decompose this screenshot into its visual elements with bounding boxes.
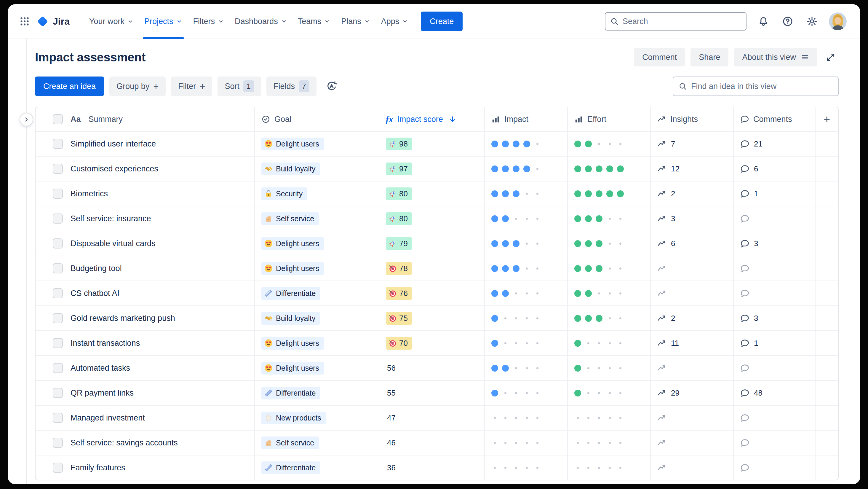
impact-rating[interactable] <box>491 191 541 197</box>
impact-column-header[interactable]: Impact <box>484 107 567 131</box>
insights-cell[interactable] <box>650 431 733 455</box>
table-row[interactable]: BiometricsSecurity8021 <box>36 181 838 206</box>
effort-rating[interactable] <box>574 315 624 322</box>
row-checkbox[interactable] <box>53 164 63 174</box>
impact-cell[interactable] <box>484 156 567 181</box>
impact-rating[interactable] <box>491 315 541 322</box>
impact-cell[interactable] <box>484 206 567 231</box>
goal-cell[interactable]: Build loyalty <box>254 156 379 181</box>
table-row[interactable]: Gold rewards marketing pushBuild loyalty… <box>36 306 838 330</box>
goal-badge[interactable]: Build loyalty <box>261 312 320 325</box>
goal-badge[interactable]: New products <box>261 411 326 424</box>
row-checkbox[interactable] <box>53 189 63 199</box>
summary-column-header[interactable]: Aa Summary <box>36 107 254 131</box>
impact-cell[interactable] <box>484 132 567 156</box>
comments-column-header[interactable]: Comments <box>733 107 815 131</box>
nav-item-your-work[interactable]: Your work <box>84 4 139 39</box>
goal-badge[interactable]: Delight users <box>261 337 324 350</box>
impact-cell[interactable] <box>484 406 567 430</box>
impact-rating[interactable] <box>491 365 541 372</box>
row-checkbox[interactable] <box>53 338 63 348</box>
comments-cell[interactable]: 3 <box>733 231 815 256</box>
summary-cell[interactable]: Automated tasks <box>36 356 254 380</box>
row-checkbox[interactable] <box>53 238 63 249</box>
table-row[interactable]: Instant transactionsDelight users70111 <box>36 330 838 355</box>
comments-cell[interactable]: 21 <box>733 132 815 156</box>
effort-cell[interactable] <box>567 331 650 355</box>
goal-cell[interactable]: Security <box>254 181 379 206</box>
insights-cell[interactable]: 2 <box>650 181 733 206</box>
effort-rating[interactable] <box>574 166 624 172</box>
comments-cell[interactable]: 3 <box>733 306 815 330</box>
add-column-header[interactable]: + <box>815 107 838 131</box>
create-button[interactable]: Create <box>421 11 463 31</box>
comments-cell[interactable]: 1 <box>733 181 815 206</box>
table-row[interactable]: Budgeting toolDelight users78 <box>36 256 838 281</box>
summary-cell[interactable]: Biometrics <box>36 181 254 206</box>
row-checkbox[interactable] <box>53 388 63 398</box>
effort-rating[interactable] <box>574 414 624 422</box>
goal-column-header[interactable]: Goal <box>254 107 379 131</box>
create-idea-button[interactable]: Create an idea <box>35 77 104 96</box>
impact-cell[interactable] <box>484 331 567 355</box>
effort-cell[interactable] <box>567 356 650 380</box>
goal-badge[interactable]: Differentiate <box>261 461 320 474</box>
impact-rating[interactable] <box>491 166 541 172</box>
insights-cell[interactable]: 6 <box>650 231 733 256</box>
nav-item-filters[interactable]: Filters <box>188 4 230 39</box>
table-row[interactable]: Disposable virtual cardsDelight users796… <box>36 231 838 256</box>
insights-cell[interactable] <box>650 281 733 306</box>
nav-item-teams[interactable]: Teams <box>292 4 336 39</box>
effort-cell[interactable] <box>567 132 650 156</box>
impact-cell[interactable] <box>484 456 567 480</box>
comments-cell[interactable] <box>733 456 815 480</box>
select-all-checkbox[interactable] <box>53 114 63 124</box>
effort-cell[interactable] <box>567 381 650 405</box>
effort-rating[interactable] <box>574 141 624 147</box>
effort-rating[interactable] <box>574 265 624 272</box>
row-checkbox[interactable] <box>53 139 63 149</box>
goal-badge[interactable]: Differentiate <box>261 387 320 399</box>
sidebar-expand-button[interactable] <box>20 113 33 126</box>
row-checkbox[interactable] <box>53 313 63 323</box>
summary-cell[interactable]: Simplified user interface <box>36 132 254 156</box>
impact-score-column-header[interactable]: fx Impact score <box>379 107 484 131</box>
effort-rating[interactable] <box>574 191 624 197</box>
comments-cell[interactable] <box>733 356 815 380</box>
effort-rating[interactable] <box>574 439 624 446</box>
summary-cell[interactable]: Budgeting tool <box>36 256 254 281</box>
goal-cell[interactable]: New products <box>254 406 379 430</box>
table-row[interactable]: Automated tasksDelight users56 <box>36 355 838 380</box>
effort-rating[interactable] <box>574 390 624 397</box>
share-button[interactable]: Share <box>690 48 728 66</box>
effort-rating[interactable] <box>574 340 624 347</box>
insights-cell[interactable]: 12 <box>650 156 733 181</box>
impact-cell[interactable] <box>484 231 567 256</box>
summary-cell[interactable]: Self service: insurance <box>36 206 254 231</box>
effort-column-header[interactable]: Effort <box>567 107 650 131</box>
effort-rating[interactable] <box>574 464 624 471</box>
effort-rating[interactable] <box>574 290 624 297</box>
insights-cell[interactable]: 3 <box>650 206 733 231</box>
goal-badge[interactable]: Delight users <box>261 362 324 375</box>
goal-badge[interactable]: Build loyalty <box>261 163 320 175</box>
goal-cell[interactable]: Self service <box>254 431 379 455</box>
nav-item-plans[interactable]: Plans <box>336 4 376 39</box>
impact-cell[interactable] <box>484 431 567 455</box>
row-checkbox[interactable] <box>53 413 63 423</box>
app-switcher-button[interactable] <box>17 13 33 29</box>
row-checkbox[interactable] <box>53 438 63 448</box>
settings-button[interactable] <box>805 14 819 29</box>
comments-cell[interactable] <box>733 431 815 455</box>
impact-rating[interactable] <box>491 414 541 422</box>
goal-cell[interactable]: Build loyalty <box>254 306 379 330</box>
goal-cell[interactable]: Differentiate <box>254 456 379 480</box>
goal-cell[interactable]: Differentiate <box>254 281 379 306</box>
summary-cell[interactable]: CS chatbot AI <box>36 281 254 306</box>
goal-badge[interactable]: Delight users <box>261 138 324 150</box>
summary-cell[interactable]: Instant transactions <box>36 331 254 355</box>
table-row[interactable]: Customised experiencesBuild loyalty97126 <box>36 156 838 181</box>
impact-rating[interactable] <box>491 439 541 446</box>
goal-cell[interactable]: Delight users <box>254 132 379 156</box>
impact-cell[interactable] <box>484 281 567 306</box>
